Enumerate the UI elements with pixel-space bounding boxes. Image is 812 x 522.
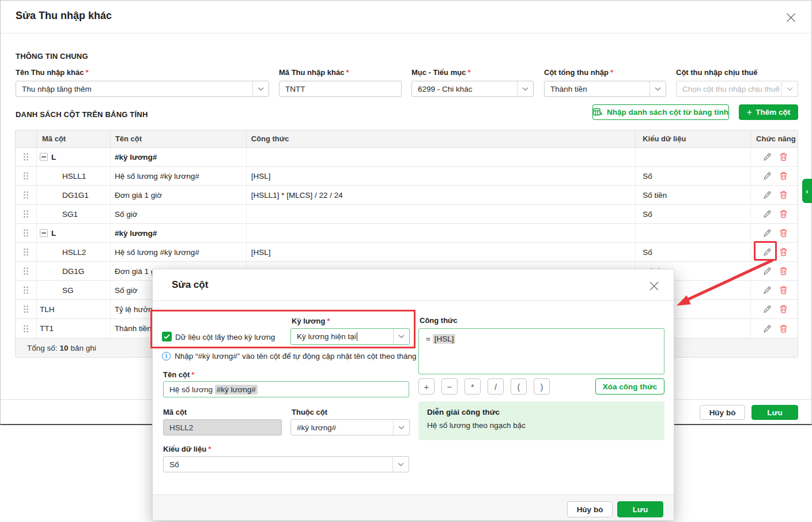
drag-handle-icon	[23, 152, 29, 162]
operator-button[interactable]: −	[441, 378, 458, 395]
drag-handle-icon	[23, 228, 29, 238]
plus-icon: +	[747, 108, 752, 117]
section-general-info: THÔNG TIN CHUNG	[16, 52, 88, 61]
edit-icon[interactable]	[762, 247, 772, 257]
operator-button[interactable]: (	[511, 378, 527, 395]
delete-icon[interactable]	[779, 152, 788, 162]
edit-icon[interactable]	[762, 286, 772, 295]
delete-icon[interactable]	[779, 286, 788, 295]
delete-icon[interactable]	[779, 190, 788, 200]
drag-handle[interactable]	[16, 243, 36, 261]
delete-icon[interactable]	[779, 266, 788, 276]
cancel-button[interactable]: Hủy bỏ	[567, 501, 613, 517]
cell-ma-cot: DG1G	[36, 262, 110, 280]
operator-button[interactable]: )	[534, 378, 550, 395]
edit-icon[interactable]	[762, 209, 772, 219]
edit-column-modal: Sửa cột Dữ liệu cột lấy theo kỳ lương Kỳ…	[152, 269, 674, 521]
data-type-select[interactable]: Số	[163, 456, 409, 472]
drag-handle-icon	[23, 266, 29, 276]
pay-period-select[interactable]: Kỳ lương hiện tại	[290, 328, 410, 345]
table-row: L#kỳ lương#	[16, 224, 798, 243]
edit-icon[interactable]	[762, 152, 772, 162]
formula-explanation-panel: Diễn giải công thức Hệ số lương theo ngạ…	[418, 401, 664, 440]
delete-icon[interactable]	[779, 305, 788, 314]
col-header-ten-cot: Tên cột	[110, 130, 246, 147]
delete-icon[interactable]	[779, 324, 788, 333]
edit-icon[interactable]	[762, 266, 772, 276]
income-name-select[interactable]: Thu nhập tăng thêm	[16, 81, 269, 97]
table-row: HSLL1Hệ số lương #kỳ lương#[HSL]Số	[16, 167, 798, 186]
drag-handle[interactable]	[16, 205, 36, 223]
belongs-column-label: Thuộc cột	[292, 408, 327, 416]
delete-icon[interactable]	[779, 228, 788, 238]
drag-handle[interactable]	[16, 281, 36, 299]
cell-kieu-du-lieu: Số	[635, 205, 750, 223]
operator-button[interactable]: +	[418, 378, 435, 395]
cell-ma-cot: SG	[36, 281, 110, 299]
close-icon[interactable]	[785, 12, 796, 23]
drag-handle-icon	[23, 305, 29, 314]
income-code-input[interactable]: TNTT	[279, 81, 402, 97]
delete-icon[interactable]	[779, 247, 788, 257]
collapse-icon[interactable]	[40, 153, 48, 161]
clear-formula-button[interactable]: Xóa công thức	[595, 378, 664, 395]
collapse-panel-tab[interactable]: ‹	[802, 179, 812, 203]
edit-icon[interactable]	[762, 228, 772, 238]
drag-handle[interactable]	[16, 148, 36, 166]
table-import-icon	[593, 108, 602, 117]
drag-handle[interactable]	[16, 300, 36, 318]
total-income-column-select[interactable]: Thành tiền	[544, 81, 666, 97]
save-button[interactable]: Lưu	[751, 405, 798, 420]
edit-column-title: Sửa cột	[172, 279, 208, 291]
cell-ma-cot: HSLL1	[36, 167, 110, 185]
cell-cong-thuc	[246, 148, 635, 166]
drag-handle[interactable]	[16, 186, 36, 204]
belongs-column-select[interactable]: #kỳ lương#	[290, 419, 410, 435]
pay-period-label: Kỳ lương*	[292, 317, 330, 325]
chevron-down-icon	[517, 81, 533, 96]
drag-handle[interactable]	[16, 319, 36, 338]
formula-textarea[interactable]: = [HSL]	[418, 328, 664, 374]
delete-icon[interactable]	[779, 209, 788, 219]
edit-icon[interactable]	[762, 171, 772, 181]
close-icon[interactable]	[648, 280, 660, 292]
collapse-icon[interactable]	[40, 229, 48, 237]
operator-button[interactable]: /	[488, 378, 504, 395]
taxable-income-column-select[interactable]: Chọn cột thu nhập chịu thuế	[676, 81, 798, 97]
chevron-left-icon: ‹	[806, 187, 808, 196]
cancel-button[interactable]: Hủy bỏ	[700, 405, 745, 420]
import-columns-button[interactable]: Nhập danh sách cột từ bảng tính	[592, 104, 729, 120]
chevron-down-icon	[393, 329, 409, 344]
operator-button[interactable]: *	[464, 378, 481, 395]
formula-label: Công thức	[420, 316, 458, 325]
drag-handle[interactable]	[16, 262, 36, 280]
chevron-down-icon	[649, 81, 666, 96]
cell-ten-cot: #kỳ lương#	[110, 148, 246, 166]
edit-icon[interactable]	[762, 305, 772, 314]
cell-ma-cot: HSLL2	[36, 243, 110, 261]
drag-handle[interactable]	[16, 224, 36, 242]
save-button[interactable]: Lưu	[617, 501, 663, 517]
cell-kieu-du-lieu	[635, 224, 750, 242]
header-divider	[1, 33, 811, 33]
add-column-button[interactable]: + Thêm cột	[739, 104, 798, 120]
delete-icon[interactable]	[779, 171, 788, 181]
cell-ma-cot: TLH	[36, 300, 110, 318]
pay-period-checkbox[interactable]	[162, 332, 172, 341]
col-header-cong-thuc: Công thức	[246, 130, 635, 147]
record-count: 10	[60, 344, 69, 352]
cell-kieu-du-lieu: Số	[635, 243, 750, 261]
page-title: Sửa Thu nhập khác	[16, 10, 112, 22]
edit-icon[interactable]	[762, 324, 772, 333]
table-header-row: Mã cột Tên cột Công thức Kiểu dữ liệu Ch…	[16, 130, 798, 148]
column-name-input[interactable]: Hệ số lương #kỳ lương#	[163, 381, 409, 397]
operator-buttons: +−*/()	[418, 378, 550, 395]
section-item-select[interactable]: 6299 - Chi khác	[411, 81, 534, 97]
pay-period-checkbox-label: Dữ liệu cột lấy theo kỳ lương	[175, 333, 275, 341]
cell-ten-cot: Hệ số lương #kỳ lương#	[110, 243, 246, 261]
explanation-title: Diễn giải công thức	[427, 408, 656, 416]
edit-icon[interactable]	[762, 190, 772, 200]
drag-handle-icon	[23, 286, 29, 295]
explanation-text: Hệ số lương theo ngạch bậc	[427, 421, 656, 430]
drag-handle[interactable]	[16, 167, 36, 185]
